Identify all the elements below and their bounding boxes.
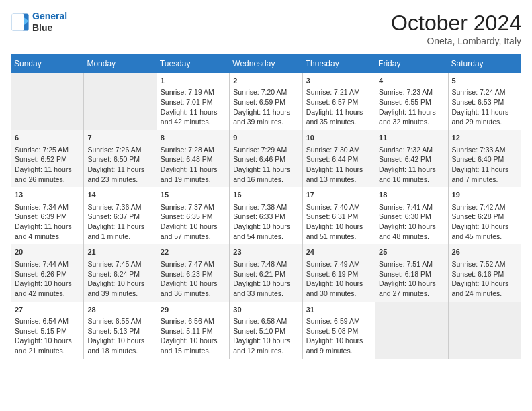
day-info: Daylight: 10 hours xyxy=(87,336,152,346)
calendar-cell: 11Sunrise: 7:32 AMSunset: 6:42 PMDayligh… xyxy=(375,130,448,187)
calendar-cell: 17Sunrise: 7:40 AMSunset: 6:31 PMDayligh… xyxy=(302,187,375,244)
day-info: and 42 minutes. xyxy=(15,289,80,299)
day-info: Sunrise: 7:26 AM xyxy=(87,145,152,155)
day-info: Sunset: 6:52 PM xyxy=(15,154,80,165)
day-number: 7 xyxy=(87,133,152,143)
day-info: Daylight: 11 hours xyxy=(379,165,444,175)
day-info: Daylight: 11 hours xyxy=(161,107,226,118)
day-info: Daylight: 11 hours xyxy=(15,165,80,175)
day-number: 12 xyxy=(452,133,517,143)
day-info: Sunset: 6:42 PM xyxy=(379,154,444,165)
day-info: Sunrise: 7:40 AM xyxy=(306,202,371,212)
day-info: Sunrise: 7:19 AM xyxy=(161,87,226,97)
day-info: Sunrise: 7:28 AM xyxy=(161,145,226,155)
day-info: and 12 minutes. xyxy=(233,346,298,356)
logo-line2: Blue xyxy=(32,22,67,34)
logo-icon xyxy=(11,13,30,32)
day-info: and 51 minutes. xyxy=(306,232,371,242)
day-info: and 32 minutes. xyxy=(379,117,444,127)
calendar-cell: 10Sunrise: 7:30 AMSunset: 6:44 PMDayligh… xyxy=(302,130,375,187)
day-info: Daylight: 11 hours xyxy=(233,107,298,118)
day-info: Daylight: 11 hours xyxy=(452,107,517,118)
day-number: 1 xyxy=(161,76,226,86)
day-info: Sunset: 6:33 PM xyxy=(233,212,298,222)
day-info: Sunrise: 7:38 AM xyxy=(233,202,298,212)
day-info: and 18 minutes. xyxy=(87,346,152,356)
calendar-cell: 27Sunrise: 6:54 AMSunset: 5:15 PMDayligh… xyxy=(11,302,84,359)
day-info: Sunrise: 7:23 AM xyxy=(379,87,444,97)
day-info: Daylight: 11 hours xyxy=(87,222,152,232)
day-info: Daylight: 10 hours xyxy=(15,279,80,289)
day-number: 25 xyxy=(379,247,444,257)
calendar-cell: 25Sunrise: 7:51 AMSunset: 6:18 PMDayligh… xyxy=(375,244,448,302)
day-number: 2 xyxy=(233,76,298,86)
day-number: 29 xyxy=(161,305,226,315)
day-info: Sunset: 6:55 PM xyxy=(379,97,444,107)
day-info: and 48 minutes. xyxy=(379,232,444,242)
day-info: and 10 minutes. xyxy=(379,175,444,185)
calendar-cell: 22Sunrise: 7:47 AMSunset: 6:23 PMDayligh… xyxy=(157,244,229,302)
calendar-cell: 29Sunrise: 6:56 AMSunset: 5:11 PMDayligh… xyxy=(157,302,229,359)
calendar-cell: 2Sunrise: 7:20 AMSunset: 6:59 PMDaylight… xyxy=(230,73,302,130)
day-info: and 39 minutes. xyxy=(87,289,152,299)
day-info: and 30 minutes. xyxy=(306,289,371,299)
calendar-week-row: 1Sunrise: 7:19 AMSunset: 7:01 PMDaylight… xyxy=(11,73,521,130)
calendar-cell: 30Sunrise: 6:58 AMSunset: 5:10 PMDayligh… xyxy=(230,302,302,359)
weekday-header: Monday xyxy=(84,55,157,73)
day-info: Sunset: 6:37 PM xyxy=(87,212,152,222)
day-info: and 42 minutes. xyxy=(161,117,226,127)
calendar-week-row: 6Sunrise: 7:25 AMSunset: 6:52 PMDaylight… xyxy=(11,130,521,187)
day-info: and 21 minutes. xyxy=(15,346,80,356)
calendar-cell: 14Sunrise: 7:36 AMSunset: 6:37 PMDayligh… xyxy=(84,187,157,244)
calendar-cell: 15Sunrise: 7:37 AMSunset: 6:35 PMDayligh… xyxy=(157,187,229,244)
day-info: Sunrise: 7:34 AM xyxy=(15,202,80,212)
calendar-cell: 23Sunrise: 7:48 AMSunset: 6:21 PMDayligh… xyxy=(230,244,302,302)
month-title: October 2024 xyxy=(391,11,521,36)
calendar-cell: 8Sunrise: 7:28 AMSunset: 6:48 PMDaylight… xyxy=(157,130,229,187)
calendar-cell xyxy=(375,302,448,359)
day-info: Sunset: 6:30 PM xyxy=(379,212,444,222)
calendar-cell: 5Sunrise: 7:24 AMSunset: 6:53 PMDaylight… xyxy=(448,73,521,130)
day-info: and 4 minutes. xyxy=(15,232,80,242)
page-header: General Blue October 2024 Oneta, Lombard… xyxy=(11,11,521,46)
day-info: and 36 minutes. xyxy=(161,289,226,299)
calendar-cell: 28Sunrise: 6:55 AMSunset: 5:13 PMDayligh… xyxy=(84,302,157,359)
day-info: Daylight: 11 hours xyxy=(306,107,371,118)
day-info: Sunset: 5:10 PM xyxy=(233,326,298,336)
day-info: Sunrise: 6:58 AM xyxy=(233,316,298,326)
calendar-cell xyxy=(84,73,157,130)
day-info: Sunrise: 6:55 AM xyxy=(87,316,152,326)
day-info: and 7 minutes. xyxy=(452,175,517,185)
day-info: Sunset: 6:35 PM xyxy=(161,212,226,222)
weekday-header: Tuesday xyxy=(157,55,229,73)
day-info: Sunset: 6:23 PM xyxy=(161,269,226,279)
day-info: Daylight: 10 hours xyxy=(161,222,226,232)
day-number: 11 xyxy=(379,133,444,143)
day-number: 17 xyxy=(306,190,371,200)
day-number: 9 xyxy=(233,133,298,143)
day-info: Sunrise: 7:30 AM xyxy=(306,145,371,155)
day-number: 6 xyxy=(15,133,80,143)
day-info: Sunset: 6:40 PM xyxy=(452,154,517,165)
day-info: and 9 minutes. xyxy=(306,346,371,356)
day-info: Sunrise: 7:36 AM xyxy=(87,202,152,212)
day-info: Sunrise: 7:49 AM xyxy=(306,259,371,269)
day-info: Sunrise: 7:41 AM xyxy=(379,202,444,212)
calendar-cell: 16Sunrise: 7:38 AMSunset: 6:33 PMDayligh… xyxy=(230,187,302,244)
day-info: Sunrise: 7:24 AM xyxy=(452,87,517,97)
title-block: October 2024 Oneta, Lombardy, Italy xyxy=(391,11,521,46)
day-info: Sunset: 6:39 PM xyxy=(15,212,80,222)
day-info: Sunset: 6:21 PM xyxy=(233,269,298,279)
day-number: 14 xyxy=(87,190,152,200)
day-info: Sunrise: 7:44 AM xyxy=(15,259,80,269)
calendar-table: SundayMondayTuesdayWednesdayThursdayFrid… xyxy=(11,54,521,359)
day-info: Sunrise: 7:45 AM xyxy=(87,259,152,269)
calendar-cell: 26Sunrise: 7:52 AMSunset: 6:16 PMDayligh… xyxy=(448,244,521,302)
day-info: and 45 minutes. xyxy=(452,232,517,242)
calendar-cell: 3Sunrise: 7:21 AMSunset: 6:57 PMDaylight… xyxy=(302,73,375,130)
calendar-cell: 18Sunrise: 7:41 AMSunset: 6:30 PMDayligh… xyxy=(375,187,448,244)
day-number: 18 xyxy=(379,190,444,200)
weekday-header: Wednesday xyxy=(230,55,302,73)
day-info: and 24 minutes. xyxy=(452,289,517,299)
day-info: Sunrise: 7:21 AM xyxy=(306,87,371,97)
